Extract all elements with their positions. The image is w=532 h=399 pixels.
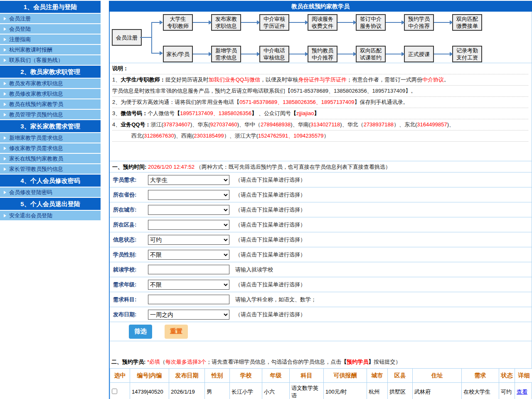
city-select[interactable] bbox=[148, 205, 229, 215]
filter-row-province: 所在省份: （请点击下拉菜单进行选择） bbox=[110, 187, 532, 202]
sidebar-section-teacher-job-header: 2、教员家教求职管理 bbox=[0, 66, 101, 78]
col-header-district: 区县 bbox=[388, 369, 413, 383]
filter-hint: （请点击下拉菜单进行选择） bbox=[235, 191, 305, 199]
triangle-icon bbox=[4, 59, 6, 62]
col-header-pay: 可供报酬 bbox=[324, 369, 367, 383]
flow-box-book-student: 预约学员中介推荐 bbox=[404, 14, 434, 31]
flow-box-label: 阅读服务 bbox=[312, 15, 333, 22]
col-header-select: 选中 bbox=[110, 369, 130, 383]
info-status-select[interactable]: 可约 bbox=[148, 235, 229, 245]
sidebar-item-parent-manage-bookings[interactable]: 家长管理教员预约信息 bbox=[0, 164, 101, 174]
flow-arrow-icon bbox=[289, 22, 308, 23]
col-header-id: 编号|内编 bbox=[130, 369, 169, 383]
flow-parent-row: 家长/学员 新增学员需求信息 中介电话审核信息 预约教员中介推荐 双向匹配试课签… bbox=[163, 45, 482, 63]
province-select[interactable] bbox=[148, 190, 229, 200]
flow-box-label: 学历证件 bbox=[264, 22, 285, 30]
filter-hint: （请点击下拉菜单进行选择） bbox=[235, 236, 305, 244]
status-badge: 可约 bbox=[499, 383, 515, 399]
sidebar-item-parent-add-need[interactable]: 新增家教学员需求信息 bbox=[0, 133, 101, 143]
school-cell: 长江小学 bbox=[230, 383, 262, 399]
flow-box-attendance-salary: 记录考勤支付工资 bbox=[452, 46, 482, 62]
flow-arrow-icon bbox=[386, 54, 404, 54]
sidebar-item-parent-edit-need[interactable]: 修改家教学员需求信息 bbox=[0, 143, 101, 153]
sidebar-item-label: 家长管理教员预约信息 bbox=[9, 165, 63, 173]
filter-label: 所在区县: bbox=[113, 221, 148, 229]
pay-cell: 100元/时 bbox=[324, 383, 367, 399]
flow-arrow-icon bbox=[386, 22, 404, 23]
booking-time-line: 一、预约时间: 2026/1/20 12:47:52 （两种方式：既可先筛选后预… bbox=[110, 161, 532, 172]
flow-box-add-need: 新增学员需求信息 bbox=[211, 46, 241, 62]
triangle-icon bbox=[4, 92, 6, 96]
grade-select[interactable]: 不限 bbox=[148, 280, 229, 290]
flow-box-label: 专职教师 bbox=[167, 22, 189, 30]
book-students-section-title: 二、预约学员: *必填（每次最多选择3个；请先查看详细学员信息，勾选适合你的学员… bbox=[110, 355, 532, 368]
sidebar-item-logout[interactable]: 安全退出会员登陆 bbox=[0, 211, 101, 220]
view-detail-link[interactable]: 查看 bbox=[517, 389, 527, 395]
col-header-city: 城市 bbox=[367, 369, 388, 383]
reset-button[interactable]: 重置 bbox=[165, 325, 188, 339]
sidebar-item-parent-book-teacher[interactable]: 家长在线预约家教教员 bbox=[0, 154, 101, 163]
sidebar-item-change-password[interactable]: 会员修改登陆密码 bbox=[0, 187, 101, 197]
subject-input[interactable] bbox=[148, 295, 229, 304]
sidebar-item-label: 会员注册 bbox=[9, 15, 31, 22]
sidebar-item-label: 教员管理学员预约信息 bbox=[9, 111, 63, 118]
filter-label: 所在城市: bbox=[113, 206, 148, 214]
col-header-status: 状态 bbox=[499, 369, 515, 383]
school-input[interactable] bbox=[148, 265, 229, 274]
sidebar-item-teacher-book-students[interactable]: 教员在线预约家教学员 bbox=[0, 99, 101, 109]
filter-label: 信息状态: bbox=[113, 236, 148, 244]
note-line-1: 1、大学生/专职教师：提交好简历请及时加我们业务QQ与微信，以便及时审核身份证件… bbox=[112, 74, 528, 86]
district-select[interactable] bbox=[148, 220, 229, 230]
flow-box-read-fee-docs: 阅读服务收费文件 bbox=[308, 14, 337, 31]
col-header-address: 住址 bbox=[413, 369, 462, 383]
sidebar-item-member-login[interactable]: 会员登陆 bbox=[0, 24, 101, 34]
notes-section: 说明： 1、大学生/专职教师：提交好简历请及时加我们业务QQ与微信，以便及时审核… bbox=[110, 63, 532, 161]
student-need-select[interactable]: 大学生 bbox=[148, 175, 229, 185]
publish-date-select[interactable]: 一周之内 bbox=[148, 310, 229, 320]
sidebar-item-teacher-edit-job-info[interactable]: 教员修改家教求职信息 bbox=[0, 89, 101, 99]
flow-arrow-icon bbox=[337, 54, 356, 54]
filter-label: 需求年级: bbox=[113, 281, 148, 288]
sidebar-item-hangzhou-tutor-pay[interactable]: 杭州家教课时报酬 bbox=[0, 45, 101, 54]
flow-box-label: 试课签约 bbox=[360, 54, 382, 61]
col-header-date: 发布日期 bbox=[169, 369, 205, 383]
flow-box-label: 大学生 bbox=[170, 15, 186, 22]
filter-row-district: 所在区县: （请点击下拉菜单进行选择） bbox=[110, 217, 532, 232]
flow-box-label: 收费文件 bbox=[312, 22, 333, 30]
flow-box-sign-agreement: 签订中介服务协议 bbox=[356, 14, 386, 31]
filter-form: 学员需求: 大学生 （请点击下拉菜单进行选择） 所在省份: （请点击下拉菜单进行… bbox=[110, 172, 532, 355]
sidebar-item-label: 教员在线预约家教学员 bbox=[9, 101, 63, 108]
note-line-3: 2、为便于双方高效沟通：请将我们的常用业务电话【0571-85378689、13… bbox=[112, 97, 528, 108]
sidebar-item-register-guide[interactable]: 注册指南 bbox=[0, 34, 101, 44]
note-line-2: 学员信息是时效性非常强的信息服务产品，预约之后请立即电话联系我们【0571-85… bbox=[112, 86, 528, 97]
flow-connector-line bbox=[151, 22, 152, 54]
table-row: 14739|40520 2026/1/19 男 长江小学 小六 语文数学英语 1… bbox=[110, 383, 532, 399]
notes-spacer bbox=[112, 142, 528, 161]
flow-teacher-row: 大学生专职教师 发布家教求职信息 中介审核学历证件 阅读服务收费文件 签订中介服… bbox=[163, 13, 482, 32]
filter-row-subject: 需求科目: 请输入学科全称，如语文、数学； bbox=[110, 292, 532, 307]
filter-buttons-row: 筛选 重置 bbox=[110, 322, 532, 341]
student-gender-select[interactable]: 不限 bbox=[148, 250, 229, 260]
main-body: 会员注册 大学生专职教师 发布家教求职信息 中介审核学历证件 阅读服务收费文件 … bbox=[109, 12, 532, 399]
filter-label: 学员需求: bbox=[113, 176, 148, 184]
flow-arrow-icon bbox=[152, 22, 162, 23]
flow-arrow-icon bbox=[152, 53, 162, 54]
select-student-checkbox[interactable] bbox=[112, 389, 117, 394]
filter-hint: （请点击下拉菜单进行选择） bbox=[235, 281, 305, 288]
flow-box-label: 需求信息 bbox=[215, 54, 237, 61]
sidebar-item-contact-us[interactable]: 联系我们（客服热线） bbox=[0, 55, 101, 65]
table-header-row: 选中 编号|内编 发布日期 性别 学校 年级 科目 可供报酬 城市 区县 住址 … bbox=[110, 369, 532, 383]
col-header-subject: 科目 bbox=[290, 369, 324, 383]
filter-button[interactable]: 筛选 bbox=[129, 325, 152, 339]
filter-label: 所在省份: bbox=[113, 191, 148, 199]
sidebar-item-teacher-post-job-info[interactable]: 教员发布家教求职信息 bbox=[0, 79, 101, 88]
flow-arrow-icon bbox=[289, 54, 308, 54]
filter-hint: （请点击下拉菜单进行选择） bbox=[235, 176, 305, 184]
note-line-6: 西北(3128667630)、西南(2303185499）、浙江大学(15247… bbox=[112, 131, 528, 142]
filter-label: 发布日期: bbox=[113, 311, 148, 318]
sidebar-item-teacher-manage-bookings[interactable]: 教员管理学员预约信息 bbox=[0, 110, 101, 119]
triangle-icon bbox=[4, 214, 6, 217]
sidebar-item-member-register[interactable]: 会员注册 bbox=[0, 14, 101, 23]
triangle-icon bbox=[4, 48, 6, 52]
note-line-4: 3、微信号码：个人微信号【18957137409、13858026356】 、公… bbox=[112, 108, 528, 119]
